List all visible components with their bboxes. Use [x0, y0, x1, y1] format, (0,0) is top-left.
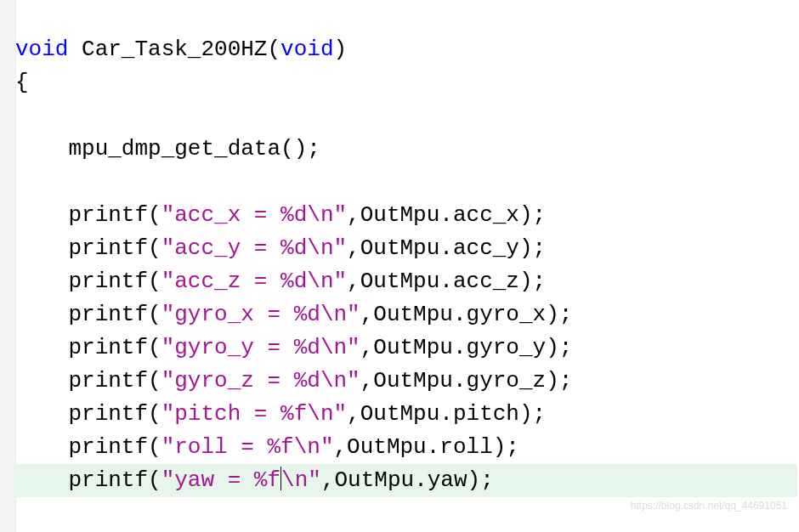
arg: OutMpu.yaw [335, 467, 468, 493]
fn-printf: printf [68, 401, 148, 427]
string-literal: "roll = %f\n" [162, 434, 334, 460]
fn-printf: printf [68, 235, 148, 261]
function-name: Car_Task_200HZ [68, 37, 267, 62]
fn-printf: printf [68, 269, 148, 294]
code-line-highlighted[interactable]: printf("yaw = %f\n",OutMpu.yaw); [14, 464, 797, 497]
code-line: mpu_dmp_get_data(); [15, 136, 320, 161]
call-mpu: mpu_dmp_get_data(); [68, 136, 320, 161]
code-line: { [15, 70, 29, 95]
string-literal: "acc_z = %d\n" [162, 269, 347, 294]
code-line: printf("gyro_z = %d\n",OutMpu.gyro_z); [15, 368, 572, 393]
fn-printf: printf [68, 202, 148, 228]
code-line: printf("gyro_y = %d\n",OutMpu.gyro_y); [15, 335, 572, 360]
fn-printf: printf [68, 335, 148, 360]
fn-printf: printf [68, 467, 148, 493]
arg: OutMpu.gyro_x [373, 302, 546, 327]
arg: OutMpu.gyro_y [373, 335, 546, 360]
arg: OutMpu.acc_y [360, 235, 519, 261]
code-line: printf("roll = %f\n",OutMpu.roll); [15, 434, 519, 460]
string-literal: "gyro_x = %d\n" [162, 302, 360, 327]
arg: OutMpu.acc_z [360, 269, 519, 294]
code-line: printf("acc_x = %d\n",OutMpu.acc_x); [15, 202, 546, 228]
watermark-text: https://blog.csdn.net/qq_44691051 [631, 498, 787, 513]
string-literal: "gyro_z = %d\n" [162, 368, 360, 393]
code-block: void Car_Task_200HZ(void) { mpu_dmp_get_… [15, 0, 797, 532]
paren-open: ( [267, 37, 280, 62]
arg: OutMpu.pitch [360, 401, 519, 427]
string-literal: "yaw = %f [162, 467, 280, 493]
keyword-void: void [15, 37, 68, 62]
code-line: printf("pitch = %f\n",OutMpu.pitch); [15, 401, 546, 427]
string-literal: "acc_y = %d\n" [162, 235, 347, 261]
code-line: printf("acc_y = %d\n",OutMpu.acc_y); [15, 235, 546, 261]
code-line: printf("acc_z = %d\n",OutMpu.acc_z); [15, 269, 546, 294]
string-literal: "pitch = %f\n" [162, 401, 347, 427]
arg: OutMpu.acc_x [360, 202, 519, 228]
line-number-gutter [0, 0, 16, 532]
arg: OutMpu.gyro_z [373, 368, 546, 393]
brace-open: { [15, 70, 29, 95]
string-literal: "acc_x = %d\n" [162, 202, 347, 228]
arg: OutMpu.roll [347, 434, 493, 460]
string-literal: \n" [281, 467, 321, 493]
paren-close: ) [334, 37, 348, 62]
code-line: void Car_Task_200HZ(void) [15, 37, 347, 62]
fn-printf: printf [68, 302, 148, 327]
keyword-void: void [280, 37, 333, 62]
fn-printf: printf [68, 434, 148, 460]
code-line: printf("gyro_x = %d\n",OutMpu.gyro_x); [15, 302, 572, 327]
fn-printf: printf [68, 368, 148, 393]
string-literal: "gyro_y = %d\n" [162, 335, 360, 360]
